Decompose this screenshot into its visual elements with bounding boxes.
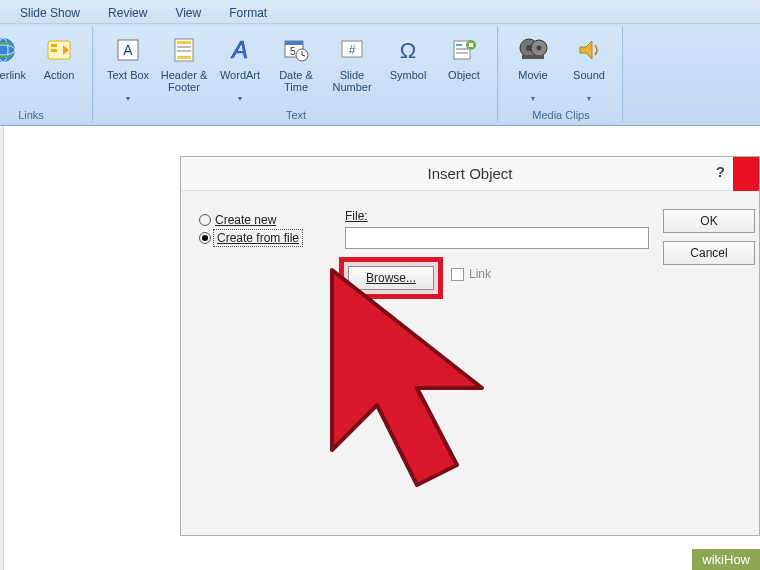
link-label: Link <box>469 267 491 281</box>
ribbon-tabs: Slide Show Review View Format <box>0 0 760 24</box>
dialog-titlebar: Insert Object ? <box>181 157 759 191</box>
slidenumber-icon: # <box>335 33 369 67</box>
ribbon-group-media: Movie ▾ Sound ▾ Media Clips <box>500 26 623 123</box>
svg-rect-10 <box>177 56 191 59</box>
browse-button[interactable]: Browse... <box>348 266 434 290</box>
file-path-input[interactable] <box>345 227 649 249</box>
create-radio-group: Create new Create from file <box>199 213 301 249</box>
chevron-down-icon: ▾ <box>238 95 242 104</box>
tab-review[interactable]: Review <box>94 2 161 23</box>
create-new-label: Create new <box>215 213 276 227</box>
link-checkbox-row: Link <box>451 267 491 281</box>
svg-rect-9 <box>177 41 191 44</box>
tab-slideshow[interactable]: Slide Show <box>6 2 94 23</box>
action-button[interactable]: Action <box>32 30 86 96</box>
wordart-button[interactable]: A WordArt ▾ <box>213 30 267 105</box>
movie-button[interactable]: Movie ▾ <box>506 30 560 105</box>
create-from-file-label: Create from file <box>215 231 301 245</box>
svg-rect-5 <box>51 49 57 52</box>
symbol-button[interactable]: Ω Symbol <box>381 30 435 96</box>
sound-icon <box>572 33 606 67</box>
svg-text:A: A <box>230 36 248 63</box>
file-area: File: <box>345 209 649 249</box>
tab-view[interactable]: View <box>161 2 215 23</box>
object-button[interactable]: Object <box>437 30 491 96</box>
file-label: File: <box>345 209 649 223</box>
dialog-body: Create new Create from file File: Browse… <box>181 191 759 535</box>
svg-rect-11 <box>177 46 191 48</box>
create-new-radio[interactable] <box>199 214 211 226</box>
browse-highlight: Browse... <box>339 257 443 299</box>
left-scrollbar-sliver <box>0 126 4 570</box>
svg-rect-15 <box>285 41 303 45</box>
create-from-file-radio[interactable] <box>199 232 211 244</box>
svg-rect-31 <box>522 55 544 59</box>
textbox-button[interactable]: A Text Box ▾ <box>101 30 155 105</box>
svg-rect-24 <box>456 52 468 54</box>
cancel-button[interactable]: Cancel <box>663 241 755 265</box>
svg-rect-23 <box>456 48 468 50</box>
datetime-icon: 5 <box>279 33 313 67</box>
svg-rect-12 <box>177 50 191 52</box>
headerfooter-button[interactable]: Header & Footer <box>157 30 211 96</box>
dialog-help-button[interactable]: ? <box>716 163 725 180</box>
dialog-buttons: OK Cancel <box>663 209 759 265</box>
svg-text:5: 5 <box>290 46 296 57</box>
dialog-title: Insert Object <box>427 165 512 182</box>
svg-text:A: A <box>123 42 133 58</box>
ribbon-group-links: Hyperlink Action Links <box>0 26 93 123</box>
action-icon <box>42 33 76 67</box>
svg-rect-22 <box>456 44 462 46</box>
svg-rect-4 <box>51 44 57 47</box>
group-label-links: Links <box>0 107 86 121</box>
ok-button[interactable]: OK <box>663 209 755 233</box>
tab-format[interactable]: Format <box>215 2 281 23</box>
svg-rect-26 <box>469 43 473 47</box>
ribbon-group-text: A Text Box ▾ Header & Footer A WordArt ▾ <box>95 26 498 123</box>
chevron-down-icon: ▾ <box>126 95 130 104</box>
object-icon <box>447 33 481 67</box>
globe-icon <box>0 33 20 67</box>
headerfooter-icon <box>167 33 201 67</box>
link-checkbox[interactable] <box>451 268 464 281</box>
slidenumber-button[interactable]: # Slide Number <box>325 30 379 96</box>
svg-text:#: # <box>349 43 356 57</box>
wikihow-watermark: wikiHow <box>692 549 760 570</box>
datetime-button[interactable]: 5 Date & Time <box>269 30 323 96</box>
group-label-media: Media Clips <box>506 107 616 121</box>
hyperlink-button[interactable]: Hyperlink <box>0 30 30 96</box>
wordart-icon: A <box>223 33 257 67</box>
svg-point-30 <box>537 46 542 51</box>
chevron-down-icon: ▾ <box>587 95 591 104</box>
ribbon: Hyperlink Action Links A Text Box ▾ <box>0 24 760 126</box>
textbox-icon: A <box>111 33 145 67</box>
insert-object-dialog: Insert Object ? Create new Create from f… <box>180 156 760 536</box>
sound-button[interactable]: Sound ▾ <box>562 30 616 105</box>
svg-text:Ω: Ω <box>400 38 416 63</box>
dialog-close-button[interactable] <box>733 157 759 191</box>
group-label-text: Text <box>101 107 491 121</box>
chevron-down-icon: ▾ <box>531 95 535 104</box>
symbol-icon: Ω <box>391 33 425 67</box>
movie-icon <box>516 33 550 67</box>
